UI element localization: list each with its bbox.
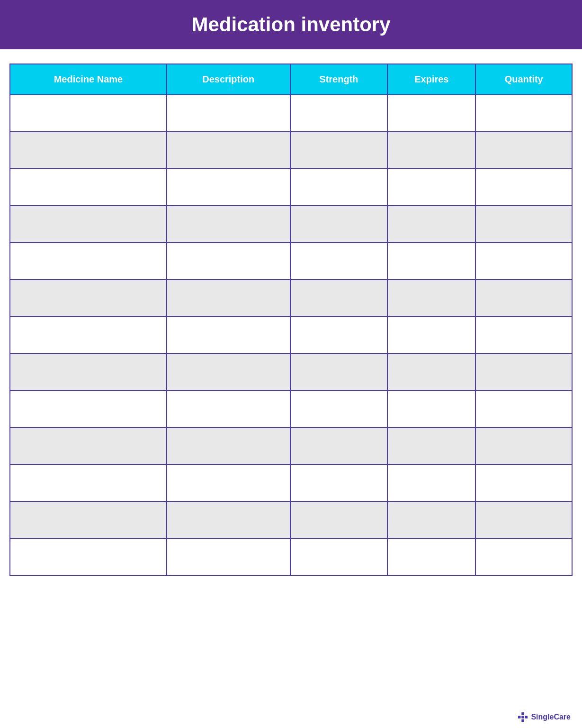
table-row	[10, 464, 572, 501]
table-row	[10, 206, 572, 243]
table-cell[interactable]	[387, 132, 475, 169]
table-cell[interactable]	[290, 95, 388, 132]
table-cell[interactable]	[475, 317, 572, 354]
table-cell[interactable]	[475, 464, 572, 501]
table-cell[interactable]	[290, 317, 388, 354]
table-cell[interactable]	[10, 464, 167, 501]
table-cell[interactable]	[290, 391, 388, 428]
table-cell[interactable]	[387, 95, 475, 132]
table-cell[interactable]	[475, 206, 572, 243]
svg-rect-4	[525, 716, 528, 719]
page-footer: SingleCare	[0, 706, 582, 728]
svg-rect-1	[522, 712, 525, 715]
table-cell[interactable]	[475, 169, 572, 206]
table-cell[interactable]	[290, 464, 388, 501]
table-cell[interactable]	[475, 354, 572, 391]
table-cell[interactable]	[387, 538, 475, 575]
table-cell[interactable]	[167, 501, 290, 538]
column-header-description: Description	[167, 64, 290, 95]
table-cell[interactable]	[387, 243, 475, 280]
table-cell[interactable]	[10, 317, 167, 354]
table-row	[10, 280, 572, 317]
table-cell[interactable]	[167, 317, 290, 354]
table-cell[interactable]	[387, 280, 475, 317]
table-cell[interactable]	[290, 280, 388, 317]
table-cell[interactable]	[167, 428, 290, 464]
table-cell[interactable]	[387, 317, 475, 354]
table-cell[interactable]	[167, 354, 290, 391]
column-header-medicine-name: Medicine Name	[10, 64, 167, 95]
page-header: Medication inventory	[0, 0, 582, 49]
table-row	[10, 132, 572, 169]
table-cell[interactable]	[10, 501, 167, 538]
table-cell[interactable]	[290, 354, 388, 391]
table-cell[interactable]	[10, 391, 167, 428]
medication-inventory-table: Medicine Name Description Strength Expir…	[9, 64, 573, 576]
singlecare-icon	[518, 712, 528, 722]
table-cell[interactable]	[290, 501, 388, 538]
table-header-row: Medicine Name Description Strength Expir…	[10, 64, 572, 95]
singlecare-logo: SingleCare	[518, 712, 571, 722]
table-row	[10, 391, 572, 428]
table-cell[interactable]	[475, 428, 572, 464]
table-cell[interactable]	[290, 243, 388, 280]
table-row	[10, 538, 572, 575]
table-cell[interactable]	[167, 280, 290, 317]
table-cell[interactable]	[290, 132, 388, 169]
table-row	[10, 243, 572, 280]
svg-rect-0	[518, 716, 521, 719]
table-cell[interactable]	[10, 354, 167, 391]
table-cell[interactable]	[290, 538, 388, 575]
table-cell[interactable]	[10, 169, 167, 206]
table-cell[interactable]	[167, 391, 290, 428]
table-cell[interactable]	[10, 243, 167, 280]
table-cell[interactable]	[475, 95, 572, 132]
table-cell[interactable]	[290, 428, 388, 464]
table-cell[interactable]	[167, 95, 290, 132]
table-cell[interactable]	[167, 132, 290, 169]
header-spacer	[0, 49, 582, 64]
column-header-expires: Expires	[387, 64, 475, 95]
table-cell[interactable]	[10, 428, 167, 464]
column-header-strength: Strength	[290, 64, 388, 95]
table-body	[10, 95, 572, 575]
table-cell[interactable]	[475, 132, 572, 169]
table-cell[interactable]	[290, 206, 388, 243]
table-cell[interactable]	[290, 169, 388, 206]
table-row	[10, 317, 572, 354]
table-cell[interactable]	[10, 206, 167, 243]
table-cell[interactable]	[387, 169, 475, 206]
column-header-quantity: Quantity	[475, 64, 572, 95]
table-cell[interactable]	[387, 501, 475, 538]
table-cell[interactable]	[387, 354, 475, 391]
page-title: Medication inventory	[9, 13, 573, 36]
table-cell[interactable]	[475, 391, 572, 428]
table-cell[interactable]	[475, 280, 572, 317]
table-row	[10, 501, 572, 538]
singlecare-logo-text: SingleCare	[531, 713, 571, 721]
table-row	[10, 95, 572, 132]
table-cell[interactable]	[475, 243, 572, 280]
svg-rect-2	[522, 716, 525, 719]
table-row	[10, 354, 572, 391]
table-cell[interactable]	[167, 464, 290, 501]
table-cell[interactable]	[167, 243, 290, 280]
table-cell[interactable]	[167, 169, 290, 206]
table-cell[interactable]	[10, 95, 167, 132]
table-cell[interactable]	[475, 501, 572, 538]
table-cell[interactable]	[167, 538, 290, 575]
table-cell[interactable]	[167, 206, 290, 243]
table-cell[interactable]	[10, 538, 167, 575]
svg-rect-3	[522, 719, 525, 722]
table-cell[interactable]	[387, 464, 475, 501]
table-cell[interactable]	[10, 280, 167, 317]
table-cell[interactable]	[387, 206, 475, 243]
table-cell[interactable]	[387, 391, 475, 428]
table-row	[10, 169, 572, 206]
table-container: Medicine Name Description Strength Expir…	[0, 64, 582, 706]
table-cell[interactable]	[475, 538, 572, 575]
table-cell[interactable]	[387, 428, 475, 464]
table-cell[interactable]	[10, 132, 167, 169]
table-row	[10, 428, 572, 464]
